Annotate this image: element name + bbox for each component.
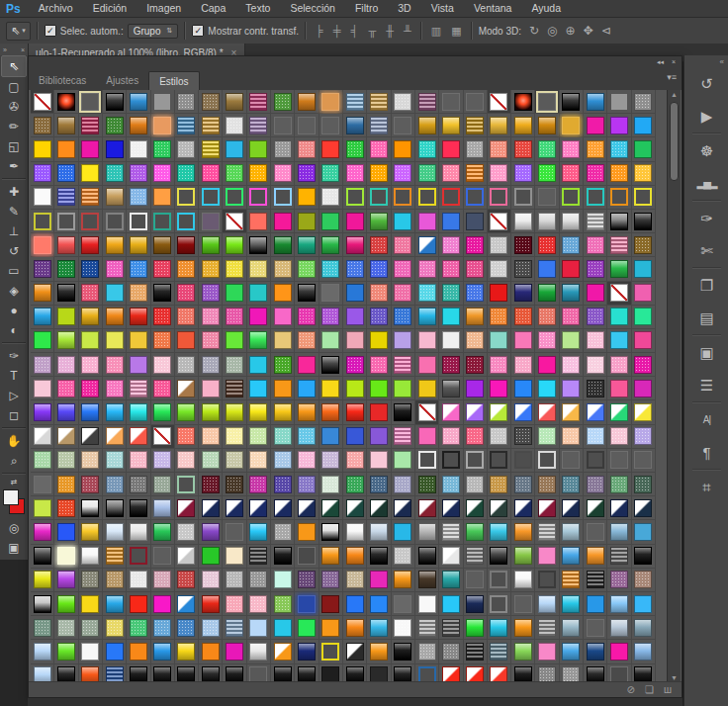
style-swatch[interactable] bbox=[634, 93, 652, 111]
style-swatch-cell[interactable] bbox=[127, 306, 150, 329]
menu-item-3d[interactable]: 3D bbox=[388, 0, 420, 17]
style-swatch[interactable] bbox=[274, 164, 292, 182]
style-swatch[interactable] bbox=[418, 451, 436, 469]
style-swatch-cell[interactable] bbox=[54, 210, 78, 233]
style-swatch[interactable] bbox=[370, 571, 388, 588]
style-swatch[interactable] bbox=[34, 356, 51, 374]
style-swatch[interactable] bbox=[634, 117, 652, 134]
style-swatch[interactable] bbox=[490, 164, 507, 182]
style-swatch-cell[interactable] bbox=[343, 496, 367, 520]
style-swatch[interactable] bbox=[562, 331, 580, 349]
style-swatch[interactable] bbox=[249, 260, 267, 278]
style-swatch[interactable] bbox=[514, 619, 532, 637]
style-swatch[interactable] bbox=[514, 403, 532, 421]
style-swatch[interactable] bbox=[249, 331, 267, 349]
style-swatch[interactable] bbox=[466, 284, 484, 302]
style-swatch[interactable] bbox=[490, 188, 507, 206]
style-swatch-cell[interactable] bbox=[464, 449, 488, 473]
style-swatch-cell[interactable] bbox=[488, 162, 511, 186]
style-swatch-cell[interactable] bbox=[439, 640, 463, 663]
style-swatch-cell[interactable] bbox=[247, 90, 271, 114]
style-swatch[interactable] bbox=[153, 331, 171, 349]
style-swatch[interactable] bbox=[418, 308, 436, 325]
style-swatch[interactable] bbox=[106, 117, 124, 134]
style-swatch[interactable] bbox=[81, 476, 99, 493]
style-swatch[interactable] bbox=[34, 164, 51, 182]
style-swatch-cell[interactable] bbox=[31, 329, 54, 353]
style-swatch-cell[interactable] bbox=[439, 329, 463, 353]
style-swatch-cell[interactable] bbox=[511, 569, 535, 592]
style-swatch-cell[interactable] bbox=[295, 257, 318, 281]
style-swatch-cell[interactable] bbox=[223, 400, 246, 424]
style-swatch[interactable] bbox=[514, 236, 532, 254]
auto-select-target-dropdown[interactable]: Grupo ⇅ bbox=[128, 24, 179, 39]
style-swatch[interactable] bbox=[587, 356, 604, 374]
style-swatch[interactable] bbox=[81, 666, 99, 682]
style-swatch[interactable] bbox=[370, 308, 388, 325]
style-swatch[interactable] bbox=[370, 331, 388, 349]
style-swatch-cell[interactable] bbox=[31, 425, 54, 449]
style-swatch-cell[interactable] bbox=[392, 282, 415, 306]
style-swatch-cell[interactable] bbox=[535, 186, 559, 210]
style-swatch-cell[interactable] bbox=[151, 377, 175, 400]
new-style-icon[interactable]: ❏ bbox=[645, 684, 654, 695]
style-swatch-cell[interactable] bbox=[535, 664, 559, 683]
style-swatch-cell[interactable] bbox=[607, 257, 631, 281]
style-swatch-cell[interactable] bbox=[319, 90, 343, 114]
style-swatch[interactable] bbox=[34, 380, 51, 397]
style-swatch-cell[interactable] bbox=[535, 210, 559, 233]
panel-close-icon[interactable]: × bbox=[672, 58, 676, 65]
style-swatch[interactable] bbox=[34, 451, 51, 469]
style-swatch-cell[interactable] bbox=[295, 329, 318, 353]
style-swatch[interactable] bbox=[610, 427, 628, 445]
style-swatch-cell[interactable] bbox=[79, 592, 103, 616]
style-swatch-cell[interactable] bbox=[319, 210, 343, 233]
style-swatch-cell[interactable] bbox=[199, 162, 223, 186]
style-swatch[interactable] bbox=[370, 380, 388, 397]
style-swatch-cell[interactable] bbox=[584, 162, 607, 186]
style-swatch[interactable] bbox=[106, 666, 124, 682]
style-swatch[interactable] bbox=[298, 643, 316, 661]
style-swatch[interactable] bbox=[394, 213, 411, 230]
style-swatch-cell[interactable] bbox=[175, 640, 199, 663]
style-swatch[interactable] bbox=[442, 284, 460, 302]
style-swatch-cell[interactable] bbox=[535, 114, 559, 137]
style-swatch-cell[interactable] bbox=[535, 353, 559, 377]
style-swatch[interactable] bbox=[490, 595, 507, 613]
style-swatch-cell[interactable] bbox=[607, 282, 631, 306]
style-swatch[interactable] bbox=[34, 523, 51, 541]
style-swatch[interactable] bbox=[130, 523, 147, 541]
style-swatch[interactable] bbox=[226, 571, 243, 588]
style-swatch[interactable] bbox=[153, 93, 171, 111]
style-swatch-cell[interactable] bbox=[54, 329, 78, 353]
style-swatch[interactable] bbox=[57, 499, 75, 517]
style-swatch-cell[interactable] bbox=[367, 114, 391, 137]
style-swatch-cell[interactable] bbox=[439, 377, 463, 400]
style-swatch-cell[interactable] bbox=[103, 306, 127, 329]
style-swatch[interactable] bbox=[538, 140, 556, 158]
style-swatch-cell[interactable] bbox=[488, 329, 511, 353]
style-swatch-cell[interactable] bbox=[103, 592, 127, 616]
style-swatch[interactable] bbox=[466, 188, 484, 206]
style-swatch-cell[interactable] bbox=[584, 545, 607, 569]
style-swatch[interactable] bbox=[177, 213, 195, 230]
style-swatch-cell[interactable] bbox=[560, 425, 584, 449]
style-swatch-cell[interactable] bbox=[607, 114, 631, 137]
style-swatch-cell[interactable] bbox=[319, 449, 343, 473]
eraser-tool[interactable]: ▭ bbox=[0, 261, 28, 281]
screen-mode-icon[interactable]: ▣ bbox=[0, 538, 28, 558]
style-swatch-cell[interactable] bbox=[175, 449, 199, 473]
style-swatch[interactable] bbox=[562, 523, 580, 541]
style-swatch-cell[interactable] bbox=[415, 282, 439, 306]
style-swatch[interactable] bbox=[177, 403, 195, 421]
style-swatch-cell[interactable] bbox=[464, 496, 488, 520]
style-swatch-cell[interactable] bbox=[151, 353, 175, 377]
style-swatch-cell[interactable] bbox=[175, 569, 199, 592]
style-swatch-cell[interactable] bbox=[103, 137, 127, 161]
style-swatch-cell[interactable] bbox=[31, 306, 54, 329]
style-swatch[interactable] bbox=[587, 308, 604, 325]
style-swatch[interactable] bbox=[153, 499, 171, 517]
style-swatch[interactable] bbox=[587, 93, 604, 111]
style-swatch[interactable] bbox=[298, 284, 316, 302]
style-swatch-cell[interactable] bbox=[439, 137, 463, 161]
